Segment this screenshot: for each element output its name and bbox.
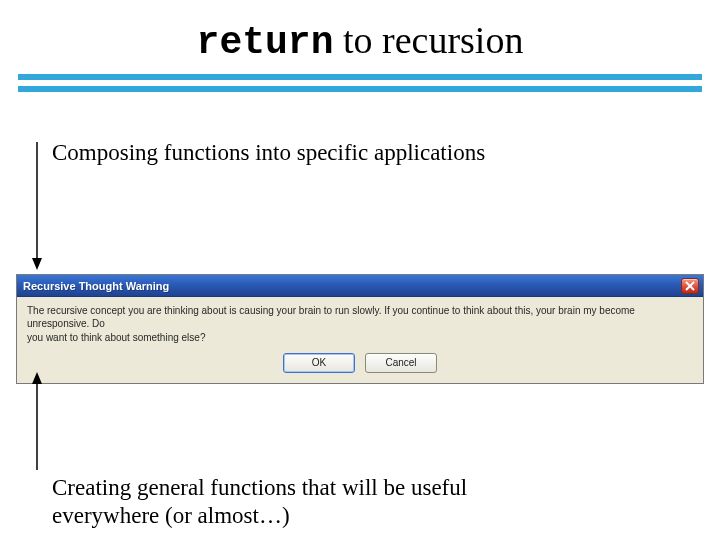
dialog-body-line1: The recursive concept you are thinking a… (27, 305, 693, 330)
lower-caption: Creating general functions that will be … (52, 474, 467, 529)
svg-marker-5 (32, 372, 42, 384)
title-keyword: return (197, 21, 334, 64)
lower-caption-line2: everywhere (or almost…) (52, 503, 290, 528)
upper-caption: Composing functions into specific applic… (52, 140, 485, 166)
dialog-title: Recursive Thought Warning (23, 280, 681, 292)
title-rest: to recursion (333, 19, 523, 61)
close-icon[interactable] (681, 278, 699, 294)
warning-dialog: Recursive Thought Warning The recursive … (16, 274, 704, 384)
arrow-down-icon (30, 140, 44, 270)
slide-title: return to recursion (0, 18, 720, 64)
dialog-buttons: OK Cancel (27, 353, 693, 373)
cancel-button[interactable]: Cancel (365, 353, 437, 373)
dialog-titlebar[interactable]: Recursive Thought Warning (17, 275, 703, 297)
lower-caption-line1: Creating general functions that will be … (52, 475, 467, 500)
dialog-body-line2: you want to think about something else? (27, 332, 693, 345)
arrow-up-icon (30, 372, 44, 472)
dialog-body: The recursive concept you are thinking a… (17, 297, 703, 383)
title-rule (0, 74, 720, 92)
ok-button[interactable]: OK (283, 353, 355, 373)
svg-marker-1 (32, 258, 42, 270)
